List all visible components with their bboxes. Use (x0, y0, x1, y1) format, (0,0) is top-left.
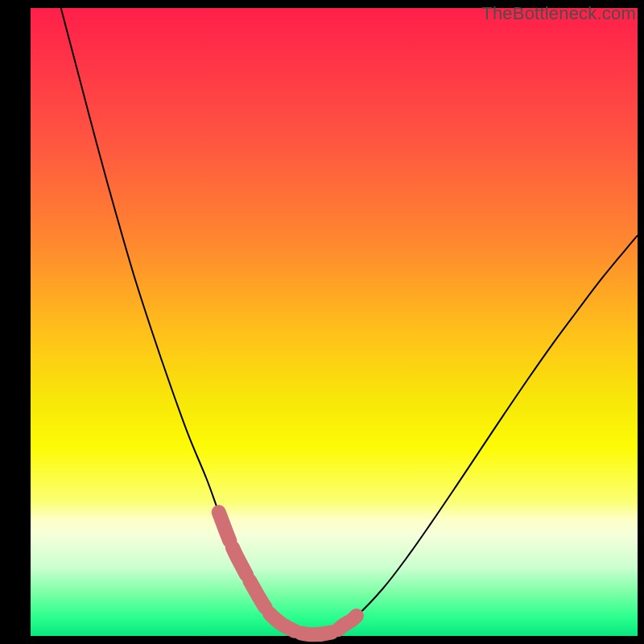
watermark-text: TheBottleneck.com (481, 3, 636, 24)
plot-area (31, 8, 638, 636)
bottleneck-curve (31, 8, 638, 636)
chart-frame: TheBottleneck.com (0, 0, 644, 644)
curve-path (61, 8, 638, 635)
marker-segments (219, 512, 357, 634)
